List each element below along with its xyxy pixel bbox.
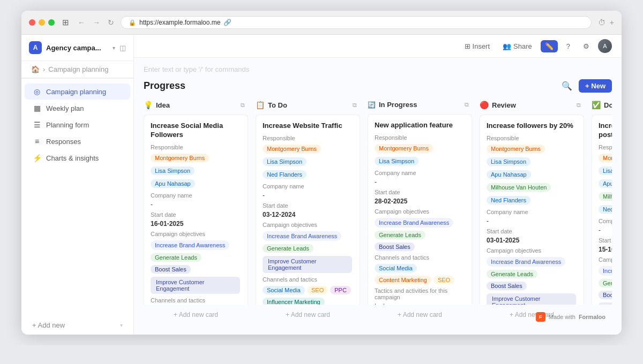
maximize-dot[interactable] (48, 19, 55, 26)
tactics-label: Tactics and activities for this campaign (375, 287, 465, 300)
breadcrumb-home[interactable]: 🏠 (31, 65, 40, 73)
refresh-button[interactable]: ↻ (106, 17, 116, 28)
done-cards: Increase social media posting frequency … (592, 115, 612, 305)
settings-button[interactable]: ⚙ (579, 40, 594, 52)
url-text: https://example.formaloo.me (139, 19, 220, 26)
browser-nav: ← → ↻ (76, 17, 116, 28)
card-website-traffic: Increase Website Traffic Responsible Mon… (256, 115, 360, 305)
add-card-idea[interactable]: + Add new card (144, 307, 248, 323)
column-idea-header: 💡 Idea ⧉ (144, 100, 248, 110)
add-card-inprogress[interactable]: + Add new card (368, 307, 472, 323)
sidebar: A Agency campa... ▾ ◫ 🏠 › Campaign plann… (21, 35, 134, 335)
sidebar-item-charts[interactable]: ⚡ Charts & insights (25, 150, 130, 166)
tag-montgomery: Montgomery Burns (599, 154, 612, 162)
idea-copy-icon[interactable]: ⧉ (241, 102, 245, 109)
editor-placeholder[interactable]: Enter text or type '/' for commands (144, 65, 612, 73)
start-label: Start date (599, 237, 612, 244)
ch-social: Social Media (263, 286, 305, 294)
workspace-chevron[interactable]: ▾ (113, 45, 115, 51)
idea-cards: Increase Social Media Followers Responsi… (144, 115, 248, 305)
sidebar-item-weekly-plan[interactable]: ▦ Weekly plan (25, 100, 130, 116)
app-layout: A Agency campa... ▾ ◫ 🏠 › Campaign plann… (21, 35, 622, 335)
start-date: 15-10-2024 (599, 246, 612, 253)
edit-button[interactable]: ✏️ (541, 40, 558, 52)
channels-tags: Social Media SEO PPC Influencer Marketin… (263, 285, 353, 305)
responsible-tags: Montgomery Burns Lisa Simpson Apu Nahasa… (599, 153, 612, 215)
made-with-label: Made with (549, 314, 575, 320)
responsible-tags: Montgomery Burns Lisa Simpson Apu Nahasa… (487, 143, 577, 206)
inprogress-title: In Progress (379, 101, 461, 109)
new-tab-icon[interactable]: + (610, 18, 614, 27)
ch-social: Social Media (375, 264, 417, 272)
sidebar-header: A Agency campa... ▾ ◫ (21, 35, 133, 61)
review-copy-icon[interactable]: ⧉ (577, 102, 581, 109)
search-button[interactable]: 🔍 (559, 79, 574, 93)
avatar[interactable]: A (598, 39, 612, 53)
clock-icon[interactable]: ⏱ (598, 18, 605, 27)
card-social-media-followers: Increase Social Media Followers Responsi… (144, 115, 248, 305)
responses-icon: ≡ (32, 137, 42, 146)
lock-icon: 🔒 (129, 19, 136, 26)
new-button[interactable]: + New (579, 79, 612, 93)
column-review: 🔴 Review ⧉ Increase followers by 20% Res… (480, 100, 584, 323)
objectives-tags: Increase Brand Awareness Generate Leads … (599, 265, 612, 305)
tag-ned: Ned Flanders (487, 196, 530, 204)
company-value: - (375, 178, 465, 186)
card-title: Increase social media posting frequency (599, 122, 612, 140)
column-review-header: 🔴 Review ⧉ (480, 100, 584, 110)
close-dot[interactable] (29, 19, 35, 26)
tag-ned: Ned Flanders (599, 205, 612, 214)
address-bar[interactable]: 🔒 https://example.formaloo.me 🔗 (121, 16, 592, 29)
obj-engagement: Improve Customer Engagement (151, 277, 240, 294)
company-label: Company name (375, 170, 465, 176)
obj-sales: Boost Sales (487, 282, 527, 290)
sidebar-item-campaign-planning[interactable]: ◎ Campaign planning (25, 84, 130, 100)
obj-leads: Generate Leads (263, 244, 313, 253)
obj-engagement: Improve Customer Engagement (599, 302, 612, 305)
objectives-label: Campaign objectives (487, 247, 577, 254)
card-title: Increase Social Media Followers (151, 122, 241, 140)
tag-lisa: Lisa Simpson (151, 166, 195, 175)
ch-seo: SEO (433, 276, 454, 284)
obj-engagement: Improve Customer Engagement (263, 256, 352, 273)
company-value: - (151, 201, 241, 208)
obj-brand: Increase Brand Awareness (487, 257, 565, 267)
insert-button[interactable]: ⊞ Insert (460, 40, 495, 52)
sidebar-nav: ◎ Campaign planning ▦ Weekly plan ☰ Plan… (21, 79, 133, 316)
add-new-button[interactable]: + Add new ▾ (25, 317, 130, 333)
todo-title: To Do (268, 101, 349, 109)
objectives-tags: Increase Brand Awareness Generate Leads … (263, 230, 353, 274)
objectives-label: Campaign objectives (599, 256, 612, 263)
sidebar-item-planning-form[interactable]: ☰ Planning form (25, 117, 130, 133)
ch-content: Content Marketing (375, 276, 431, 284)
obj-brand: Increase Brand Awareness (263, 231, 341, 241)
back-button[interactable]: ← (76, 17, 87, 28)
tag-apu: Apu Nahasap (151, 179, 195, 188)
tag-montgomery: Montgomery Burns (263, 145, 321, 153)
card-followers-20: Increase followers by 20% Responsible Mo… (480, 115, 584, 305)
help-button[interactable]: ? (562, 40, 574, 52)
minimize-dot[interactable] (39, 19, 45, 26)
sidebar-item-responses[interactable]: ≡ Responses (25, 133, 130, 149)
forward-button[interactable]: → (91, 17, 102, 28)
tag-apu: Apu Nahasap (599, 179, 612, 188)
card-app-feature: New application feature Responsible Mont… (368, 114, 472, 305)
todo-copy-icon[interactable]: ⧉ (353, 102, 357, 109)
sidebar-expand-icon[interactable]: ◫ (119, 44, 126, 52)
done-emoji: ✅ (592, 101, 601, 109)
formaloo-logo: F (536, 312, 545, 322)
column-in-progress: 🔄 In Progress ⧉ New application feature … (368, 100, 472, 323)
review-emoji: 🔴 (480, 101, 489, 109)
obj-sales: Boost Sales (375, 242, 415, 251)
company-label: Company name (599, 218, 612, 224)
obj-brand: Increase Brand Awareness (151, 240, 229, 250)
browser-chrome: ⊞ ← → ↻ 🔒 https://example.formaloo.me 🔗 … (21, 11, 622, 35)
inprogress-copy-icon[interactable]: ⧉ (465, 101, 469, 108)
obj-sales: Boost Sales (151, 265, 191, 274)
inprogress-emoji: 🔄 (368, 101, 376, 109)
breadcrumb: 🏠 › Campaign planning (31, 65, 124, 73)
tag-montgomery: Montgomery Burns (151, 154, 209, 162)
add-card-todo[interactable]: + Add new card (256, 307, 360, 323)
share-button[interactable]: 👥 Share (498, 40, 536, 52)
start-label: Start date (375, 189, 465, 195)
